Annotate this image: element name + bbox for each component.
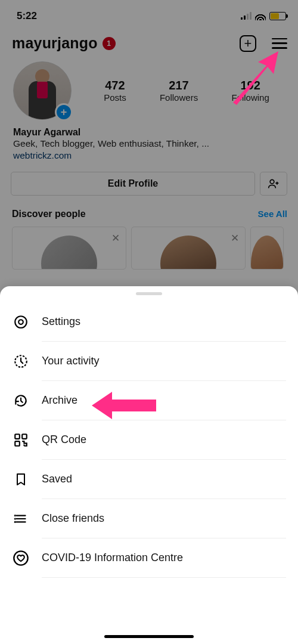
settings-icon [12, 313, 30, 331]
stat-posts[interactable]: 472 Posts [104, 79, 126, 103]
svg-point-0 [270, 179, 274, 184]
bookmark-icon [12, 470, 30, 488]
svg-rect-4 [15, 434, 20, 439]
activity-icon [12, 352, 30, 370]
avatar [251, 236, 283, 270]
svg-point-8 [15, 518, 15, 519]
close-icon[interactable]: ✕ [231, 232, 239, 244]
menu-item-settings[interactable]: Settings [0, 302, 298, 342]
svg-point-10 [14, 551, 27, 565]
menu-item-saved[interactable]: Saved [0, 460, 298, 499]
status-bar-indicators [241, 12, 286, 20]
add-person-icon [268, 178, 280, 190]
menu-item-label: COVID-19 Information Centre [42, 552, 183, 564]
svg-point-7 [15, 515, 15, 516]
menu-item-your-activity[interactable]: Your activity [0, 342, 298, 381]
wifi-icon [255, 12, 266, 20]
bio-link[interactable]: webtrickz.com [13, 150, 285, 161]
menu-item-covid-info[interactable]: COVID-19 Information Centre [0, 538, 298, 578]
qr-code-icon [12, 431, 30, 449]
close-icon[interactable]: ✕ [111, 232, 120, 244]
avatar [41, 236, 97, 270]
profile-avatar[interactable] [13, 61, 72, 120]
create-post-icon[interactable] [240, 35, 256, 52]
status-bar: 5:22 [0, 0, 298, 26]
menu-item-label: Your activity [42, 355, 99, 367]
discover-people-button[interactable] [260, 172, 287, 196]
svg-point-2 [18, 320, 23, 324]
menu-icon[interactable] [272, 38, 287, 49]
menu-item-label: Close friends [42, 512, 104, 525]
stat-followers[interactable]: 217 Followers [160, 79, 198, 103]
status-bar-time: 5:22 [17, 10, 37, 22]
username-label: mayurjango [12, 35, 98, 52]
menu-item-label: Saved [42, 473, 72, 485]
menu-item-qr-code[interactable]: QR Code [0, 420, 298, 460]
add-story-icon[interactable] [55, 103, 73, 121]
cellular-signal-icon [241, 13, 252, 20]
discover-title: Discover people [12, 209, 86, 219]
bio-description: Geek, Tech blogger, Web enthusiast, Thin… [13, 138, 285, 150]
discover-card[interactable]: ✕ [131, 227, 246, 270]
battery-icon [269, 12, 286, 20]
bottom-sheet-menu: Settings Your activity Archive QR Code [0, 286, 298, 644]
svg-rect-6 [15, 441, 20, 446]
discover-card[interactable] [250, 227, 284, 270]
edit-profile-button[interactable]: Edit Profile [11, 172, 255, 196]
svg-rect-5 [22, 434, 27, 439]
menu-item-label: QR Code [42, 434, 86, 446]
avatar [160, 236, 216, 270]
close-friends-icon [12, 510, 30, 528]
notification-badge: 1 [103, 37, 116, 50]
bio-name: Mayur Agarwal [13, 127, 285, 138]
menu-item-label: Settings [42, 315, 80, 328]
svg-point-1 [15, 316, 27, 328]
username-dropdown[interactable]: mayurjango 1 [12, 35, 116, 52]
sheet-grabber[interactable] [136, 292, 162, 295]
menu-list: Settings Your activity Archive QR Code [0, 302, 298, 635]
menu-item-label: Archive [42, 394, 77, 407]
annotation-arrow-menu [228, 50, 283, 105]
menu-item-close-friends[interactable]: Close friends [0, 499, 298, 538]
profile-bio: Mayur Agarwal Geek, Tech blogger, Web en… [0, 125, 298, 166]
annotation-arrow-archive [91, 391, 156, 420]
archive-icon [12, 392, 30, 410]
svg-point-9 [15, 522, 15, 522]
heart-circle-icon [12, 549, 30, 567]
discover-see-all[interactable]: See All [258, 209, 287, 219]
home-indicator[interactable] [104, 635, 194, 638]
discover-card[interactable]: ✕ [12, 227, 126, 270]
discover-people-section: Discover people See All ✕ ✕ [0, 198, 298, 270]
